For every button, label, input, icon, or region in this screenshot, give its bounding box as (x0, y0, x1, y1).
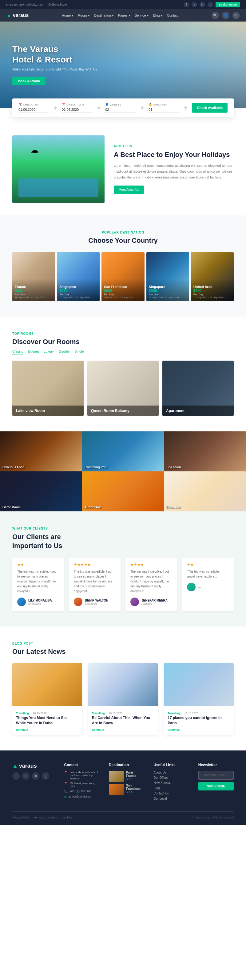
dest-date-3: 16 July 2020 - 22 July 2020 (149, 296, 187, 299)
footer-privacy[interactable]: Privacy Policy (12, 816, 30, 819)
blog-section: Blog Post Our Latest News Travelling 16.… (0, 627, 246, 751)
blog-continue-1[interactable]: Continue (92, 728, 154, 731)
destination-sanfrancisco[interactable]: San Francisco $865 Per Day 16 July 2020 … (102, 252, 144, 301)
nav-icons: 🔍 👤 🛒 (211, 12, 240, 19)
gallery-breakfast[interactable]: Breakfast (164, 471, 246, 511)
destination-singapore[interactable]: Singapore $870 Per Day 16 July 2020 - 22… (57, 252, 100, 301)
room-label-1: Queen Room Balcony (87, 406, 159, 416)
footer-terms[interactable]: Terms & Conditions (34, 816, 58, 819)
subscribe-button[interactable]: SUBSCRIBE (198, 782, 234, 791)
footer-logo-icon: ▲ (12, 763, 18, 769)
children-label: 👶 CHILDREN (149, 103, 179, 106)
footer-social-instagram[interactable]: in (32, 772, 40, 780)
footer-logo-col: ▲ varaus f t in g (12, 763, 55, 802)
filter-classic[interactable]: Classic (12, 350, 23, 355)
dest-label-4: Per Day (194, 293, 231, 296)
footer-link-2[interactable]: How Special (154, 781, 189, 784)
about-image: ☂ (12, 135, 105, 203)
destination-uae[interactable]: United Arab $590 Per Day 16 July 2020 - … (191, 252, 234, 301)
gallery-game[interactable]: Game Room (0, 471, 82, 511)
blog-card-2[interactable]: Travelling 16.10.2020 17 places you cann… (164, 663, 234, 735)
testi-location-0: Singapore (28, 602, 52, 605)
nav-room[interactable]: Room ▾ (78, 14, 89, 18)
footer-link-3[interactable]: Blog (154, 786, 189, 790)
destinations-tag: Popular Destination (12, 231, 234, 234)
children-input[interactable] (149, 107, 179, 113)
blog-card-1[interactable]: Travelling 16.10.2020 Be Careful About T… (88, 663, 158, 735)
room-lake-view[interactable]: Lake view Room (12, 361, 84, 416)
nav-contact[interactable]: Contact (167, 14, 179, 18)
testi-location-1: Singapore (85, 602, 108, 605)
nav-service[interactable]: Service ▾ (135, 14, 149, 18)
guests-input[interactable] (105, 107, 136, 113)
filter-single[interactable]: Single (75, 350, 84, 355)
social-google[interactable]: g (208, 2, 213, 7)
user-icon[interactable]: 👤 (222, 12, 229, 19)
footer-link-0[interactable]: About Us (154, 771, 189, 774)
filter-double[interactable]: Double (59, 350, 70, 355)
testi-tag: What Our Clients (12, 527, 234, 530)
checkin-input[interactable] (19, 107, 49, 113)
footer-dest-price-1: $865 (126, 791, 144, 794)
room-queen-balcony[interactable]: Queen Room Balcony (87, 361, 159, 416)
testimonial-3: ★★ "The trip was incredible. I would nev… (182, 558, 234, 611)
hero-cta-button[interactable]: Book A Room (12, 76, 46, 85)
dest-price-2: $865 (104, 289, 142, 293)
footer-dest-1[interactable]: San Francisco $865 (109, 784, 144, 795)
footer-link-1[interactable]: Our Offers (154, 776, 189, 780)
footer: ▲ varaus f t in g Contact 📍 online show … (0, 751, 246, 825)
checkout-input[interactable] (62, 107, 92, 113)
nav-pages[interactable]: Pages ▾ (118, 14, 130, 18)
nav-blog[interactable]: Blog ▾ (153, 14, 163, 18)
calendar-icon-2: 📅 (62, 103, 65, 106)
rooms-title: Discover Our Rooms (12, 338, 234, 346)
filter-budget[interactable]: Budget (28, 350, 39, 355)
search-icon[interactable]: 🔍 (211, 12, 219, 19)
footer-social-google[interactable]: g (42, 772, 49, 780)
gallery-label-0: Delicious Food (2, 466, 25, 469)
social-instagram[interactable]: in (200, 2, 205, 7)
blog-continue-0[interactable]: Continue (16, 728, 78, 731)
gallery-pool[interactable]: Swimming Pool (82, 431, 164, 471)
room-apartment[interactable]: Apartment (162, 361, 234, 416)
email-icon: ✉ (64, 795, 67, 799)
filter-luxury[interactable]: Luxury (44, 350, 54, 355)
check-available-button[interactable]: Check Available (192, 103, 227, 113)
cart-icon[interactable]: 🛒 (232, 12, 240, 19)
blog-card-0[interactable]: Travelling 16.10.2020 Things You Must Ne… (12, 663, 82, 735)
testi-text-2: The trip was incredible. I got to see so… (130, 569, 172, 594)
gallery-spa[interactable]: Spa salon (164, 431, 246, 471)
social-twitter[interactable]: t (192, 2, 197, 7)
destination-singapore2[interactable]: Singapore $550 Per Day 16 July 2020 - 22… (146, 252, 189, 301)
separator-3: ▼ (140, 105, 145, 111)
gallery-label-5: Breakfast (167, 506, 181, 509)
footer-bottom: Privacy Policy Terms & Conditions Cookie… (12, 811, 234, 819)
footer-dest-sf-info: San Francisco $865 (126, 784, 144, 794)
dest-label-2: Per Day (104, 293, 142, 296)
footer-dest-0[interactable]: Paris, France $831 (109, 771, 144, 782)
dest-date-4: 16 July 2020 - 22 July 2020 (194, 296, 231, 299)
footer-link-5[interactable]: Our Level (154, 797, 189, 800)
footer-contact-title: Contact (64, 763, 99, 767)
nav-destination[interactable]: Destination ▾ (94, 14, 114, 18)
gallery-food[interactable]: Delicious Food (0, 431, 82, 471)
footer-social-twitter[interactable]: t (22, 772, 30, 780)
testi-avatar-1 (74, 598, 83, 606)
topbar-book-button[interactable]: Book A Room (216, 2, 240, 7)
blog-date-1: 16.10.2020 (108, 712, 122, 715)
destination-france[interactable]: France $831 Per Day 16 July 2020 - 22 Ju… (12, 252, 55, 301)
newsletter-input[interactable] (198, 771, 234, 780)
footer-social: f t in g (12, 772, 55, 780)
nav-home[interactable]: Home ▾ (62, 14, 73, 18)
footer-social-facebook[interactable]: f (12, 772, 20, 780)
footer-destination-col: Destination Paris, France $831 San Franc… (109, 763, 144, 802)
blog-continue-2[interactable]: Continue (168, 728, 230, 731)
footer-link-4[interactable]: Contact Us (154, 792, 189, 795)
about-more-button[interactable]: More About Us (114, 186, 144, 194)
logo: ▲ varaus (6, 12, 29, 19)
social-facebook[interactable]: f (184, 2, 189, 7)
gallery-taxi[interactable]: Airport Taxi (82, 471, 164, 511)
dest-name-4: United Arab (194, 285, 231, 289)
testi-text-0: The trip was incredible. I got to see so… (17, 569, 59, 594)
footer-cookies[interactable]: Cookies (62, 816, 72, 819)
